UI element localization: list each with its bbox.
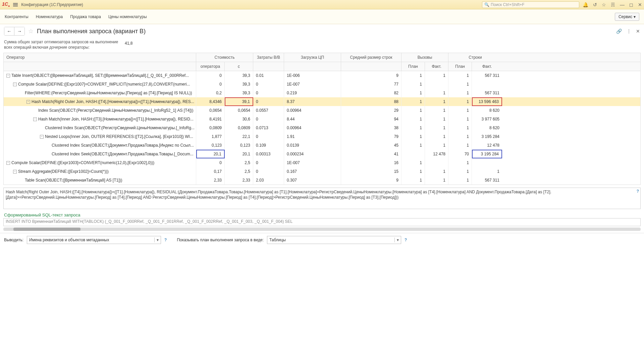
nav-back-button[interactable]: ← bbox=[4, 27, 14, 35]
col-calls-fact[interactable]: Факт. bbox=[425, 62, 448, 71]
filter-icon[interactable]: ☴ bbox=[611, 2, 615, 7]
col-io[interactable]: Затраты В/В bbox=[253, 53, 284, 62]
col-cost-op[interactable]: оператора bbox=[196, 62, 225, 71]
chevron-down-icon: ▾ bbox=[154, 238, 159, 242]
search-placeholder: Поиск Ctrl+Shift+F bbox=[491, 2, 525, 7]
menu-item[interactable]: Продажа товара bbox=[70, 14, 101, 19]
menu-item[interactable]: Контрагенты bbox=[5, 14, 29, 19]
tree-toggle-icon[interactable]: − bbox=[6, 161, 10, 165]
table-row[interactable]: −Hash Match(Right Outer Join, HASH:([T4]… bbox=[4, 97, 640, 106]
app-logo: 1C● bbox=[2, 1, 10, 8]
table-row[interactable]: −Compute Scalar(DEFINE:([Expr1007]=CONVE… bbox=[4, 80, 640, 89]
menu-item[interactable]: Цены номенклатуры bbox=[108, 14, 147, 19]
table-row[interactable]: Filter(WHERE:(РегистрСведений.ЦеныНоменк… bbox=[4, 89, 640, 97]
close-page-icon[interactable]: ✕ bbox=[636, 29, 640, 34]
output-help-icon[interactable]: ? bbox=[164, 238, 167, 242]
col-operator[interactable]: Оператор bbox=[4, 53, 196, 62]
col-rows-fact[interactable]: Факт. bbox=[472, 62, 502, 71]
summary-value: 41,8 bbox=[125, 40, 132, 46]
sql-text-box[interactable]: INSERT INTO ВременнаяТаблица8 WITH(TABLO… bbox=[3, 218, 641, 226]
col-rowsize[interactable]: Средний размер строк bbox=[341, 53, 401, 62]
close-window-icon[interactable]: ✕ bbox=[638, 2, 642, 7]
tree-toggle-icon[interactable]: − bbox=[33, 117, 37, 121]
chevron-down-icon: ▾ bbox=[634, 14, 636, 19]
detail-help-icon[interactable]: ? bbox=[637, 189, 639, 194]
table-row[interactable]: −Table Insert(OBJECT:([ВременнаяТаблица8… bbox=[4, 71, 640, 80]
favorite-star[interactable]: ☆ bbox=[28, 28, 34, 35]
window-title: Конфигурация (1С:Предприятие) bbox=[21, 2, 83, 7]
sql-section-title: Сформированный SQL-текст запроса bbox=[0, 210, 644, 218]
col-rows[interactable]: Строки bbox=[448, 53, 502, 62]
tree-toggle-icon[interactable]: − bbox=[6, 74, 10, 78]
table-row[interactable]: −Compute Scalar(DEFINE:([Expr1003]=CONVE… bbox=[4, 158, 640, 167]
service-button[interactable]: Сервис ▾ bbox=[615, 13, 639, 21]
nav-forward-button[interactable]: → bbox=[14, 27, 24, 35]
output-combo[interactable]: Имена реквизитов и объектов метаданных ▾ bbox=[27, 236, 161, 244]
link-icon[interactable]: 🔗 bbox=[616, 29, 622, 34]
menu-item[interactable]: Номенклатура bbox=[36, 14, 63, 19]
chevron-down-icon: ▾ bbox=[394, 238, 399, 242]
history-icon[interactable]: ↺ bbox=[593, 2, 597, 7]
bell-icon[interactable]: 🔔 bbox=[583, 2, 588, 7]
table-row[interactable]: Clustered Index Scan(OBJECT:(Документ.Пр… bbox=[4, 141, 640, 150]
global-search[interactable]: 🔍 Поиск Ctrl+Shift+F bbox=[482, 1, 579, 8]
tree-toggle-icon[interactable]: − bbox=[40, 135, 44, 139]
col-cpu[interactable]: Загрузка ЦП bbox=[284, 53, 341, 62]
tree-toggle-icon[interactable]: − bbox=[26, 100, 30, 104]
output-label: Выводить: bbox=[4, 238, 23, 242]
table-row[interactable]: −Nested Loops(Inner Join, OUTER REFERENC… bbox=[4, 132, 640, 141]
main-menu-icon[interactable] bbox=[13, 3, 18, 6]
tree-toggle-icon[interactable]: − bbox=[13, 83, 17, 86]
col-calls-plan[interactable]: План bbox=[401, 62, 425, 71]
table-row[interactable]: −Hash Match(Inner Join, HASH:([T3].[Номе… bbox=[4, 115, 640, 123]
sql-scrollbar[interactable] bbox=[3, 228, 641, 231]
table-row[interactable]: Clustered Index Scan(OBJECT:(РегистрСвед… bbox=[4, 123, 640, 132]
tree-toggle-icon[interactable]: − bbox=[13, 170, 17, 174]
table-row[interactable]: Clustered Index Seek(OBJECT:(Документ.Пр… bbox=[4, 150, 640, 158]
col-rows-plan[interactable]: План bbox=[448, 62, 472, 71]
table-row[interactable]: −Stream Aggregate(DEFINE:([Expr1002]=Cou… bbox=[4, 167, 640, 176]
page-title: План выполнения запроса (вариант B) bbox=[37, 28, 146, 35]
plan-view-label: Показывать план выполнения запроса в вид… bbox=[177, 238, 264, 242]
kebab-icon[interactable]: ⋮ bbox=[627, 29, 631, 34]
detail-text[interactable]: ? Hash Match(Right Outer Join, HASH:([T4… bbox=[3, 188, 641, 209]
col-cost-c[interactable]: с bbox=[225, 62, 253, 71]
summary-label: Сумма общих затрат оптимизатора запросов… bbox=[4, 40, 121, 50]
col-cost[interactable]: Стоимость bbox=[196, 53, 253, 62]
minimize-icon[interactable]: — bbox=[620, 2, 625, 7]
search-icon: 🔍 bbox=[484, 2, 489, 7]
col-calls[interactable]: Вызовы bbox=[401, 53, 448, 62]
table-row[interactable]: Index Scan(OBJECT:(РегистрСведений.ЦеныН… bbox=[4, 106, 640, 115]
plan-view-combo[interactable]: Таблицы ▾ bbox=[267, 236, 401, 244]
star-icon[interactable]: ☆ bbox=[602, 2, 606, 7]
maximize-icon[interactable]: ◻ bbox=[629, 2, 633, 7]
plan-help-icon[interactable]: ? bbox=[405, 238, 407, 242]
table-row[interactable]: Table Scan(OBJECT:([ВременнаяТаблица8] A… bbox=[4, 176, 640, 185]
